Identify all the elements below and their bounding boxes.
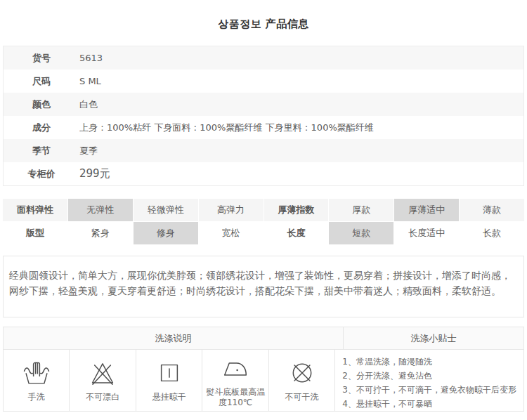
washing-tip: 3、不可拧干，不可滴干，避免衣物晾干后变形 xyxy=(342,383,516,397)
attr-header-elasticity: 面料弹性 xyxy=(3,199,68,222)
washing-tips-header: 洗涤小贴士 xyxy=(344,327,523,349)
table-row: 专柜价 299元 xyxy=(4,162,523,185)
attr-option-long: 长款 xyxy=(460,222,524,245)
info-value-composition: 上身：100%粘纤 下身面料：100%聚酯纤维 下身里料：100%聚酯纤维 xyxy=(79,122,523,134)
table-row: 货号 5613 xyxy=(4,46,523,70)
washing-symbol-no-bleach: 不可漂白 xyxy=(70,350,136,411)
washing-symbol-label: 熨斗底板最高温度110℃ xyxy=(204,387,266,408)
product-info-table: 货号 5613 尺码 S ML 颜色 白色 成分 上身：100%粘纤 下身面料：… xyxy=(3,46,524,186)
table-row: 成分 上身：100%粘纤 下身面料：100%聚酯纤维 下身里料：100%聚酯纤维 xyxy=(4,116,523,139)
washing-body-row: 手洗 不可漂白 xyxy=(4,350,523,411)
info-value-size: S ML xyxy=(79,76,523,86)
page-title: 상품정보 产品信息 xyxy=(3,0,524,46)
table-row: 颜色 白色 xyxy=(4,93,523,116)
washing-symbol-label: 不可漂白 xyxy=(86,392,119,402)
info-label-season: 季节 xyxy=(4,145,79,157)
attr-option-slight-elasticity: 轻微弹性 xyxy=(134,199,199,222)
washing-symbols: 手洗 不可漂白 xyxy=(4,350,335,411)
attr-option-thick: 厚款 xyxy=(329,199,394,222)
product-info-page: 상품정보 产品信息 货号 5613 尺码 S ML 颜色 白色 成分 上身：10… xyxy=(0,0,527,412)
washing-instructions-header: 洗涤说明 xyxy=(4,327,344,349)
info-label-color: 颜色 xyxy=(4,98,79,111)
attr-header-thickness: 厚薄指数 xyxy=(264,199,330,222)
iron-max-110-icon xyxy=(221,353,250,383)
table-row: 版型 紧身 修身 宽松 长度 短款 长度适中 长款 xyxy=(3,222,524,245)
washing-symbol-label: 悬挂晾干 xyxy=(152,392,186,402)
hang-dry-icon xyxy=(155,358,184,388)
info-label-item-number: 货号 xyxy=(4,52,79,65)
info-label-size: 尺码 xyxy=(4,75,79,88)
attr-option-short-selected: 短款 xyxy=(329,222,394,245)
washing-symbol-label: 手洗 xyxy=(28,392,45,402)
info-value-color: 白色 xyxy=(79,98,523,111)
attr-option-tight: 紧身 xyxy=(68,222,134,245)
table-row: 季节 夏季 xyxy=(4,139,523,162)
washing-tip: 1、常温洗涤，随漫随洗 xyxy=(342,355,516,369)
info-label-composition: 成分 xyxy=(4,122,79,134)
attr-option-medium-length: 长度适中 xyxy=(394,222,460,245)
attr-header-length: 长度 xyxy=(264,222,330,245)
attr-option-high-elasticity: 高弹力 xyxy=(199,199,264,222)
info-value-item-number: 5613 xyxy=(79,53,523,63)
attr-option-loose: 宽松 xyxy=(199,222,264,245)
washing-header-row: 洗涤说明 洗涤小贴士 xyxy=(4,327,523,350)
attr-option-medium-thickness-selected: 厚薄适中 xyxy=(394,199,460,222)
washing-tips-list: 1、常温洗涤，随漫随洗 2、分开洗涤、避免沾色 3、不可拧干，不可滴干，避免衣物… xyxy=(335,350,523,411)
washing-symbol-no-dry-clean: 不可干洗 xyxy=(269,350,334,411)
info-value-counter-price: 299元 xyxy=(79,167,523,181)
product-description: 经典圆领设计，简单大方，展现你优美脖颈；领部绣花设计，增强了装饰性，更易穿着；拼… xyxy=(3,256,524,317)
washing-symbol-hand-wash: 手洗 xyxy=(4,350,70,411)
washing-tip: 4、悬挂晾干，不可暴晒 xyxy=(342,397,516,411)
washing-symbol-hang-dry: 悬挂晾干 xyxy=(136,350,202,411)
info-label-counter-price: 专柜价 xyxy=(4,168,79,181)
attr-option-thin: 薄款 xyxy=(460,199,524,222)
attr-header-fit: 版型 xyxy=(3,222,68,245)
hand-wash-icon xyxy=(22,358,51,388)
attribute-matrix-table: 面料弹性 无弹性 轻微弹性 高弹力 厚薄指数 厚款 厚薄适中 薄款 版型 紧身 … xyxy=(3,199,524,245)
washing-info-table: 洗涤说明 洗涤小贴士 手洗 xyxy=(3,327,524,412)
washing-symbol-iron-max-110: 熨斗底板最高温度110℃ xyxy=(202,350,268,411)
info-value-season: 夏季 xyxy=(79,145,523,157)
table-row: 面料弹性 无弹性 轻微弹性 高弹力 厚薄指数 厚款 厚薄适中 薄款 xyxy=(3,199,524,222)
washing-symbol-label: 不可干洗 xyxy=(285,392,319,402)
attr-option-slim-selected: 修身 xyxy=(134,222,199,245)
table-row: 尺码 S ML xyxy=(4,70,523,93)
no-dry-clean-icon xyxy=(287,358,317,388)
attr-option-no-elasticity-selected: 无弹性 xyxy=(68,199,134,222)
washing-tip: 2、分开洗涤、避免沾色 xyxy=(342,369,516,383)
no-bleach-icon xyxy=(88,358,117,388)
